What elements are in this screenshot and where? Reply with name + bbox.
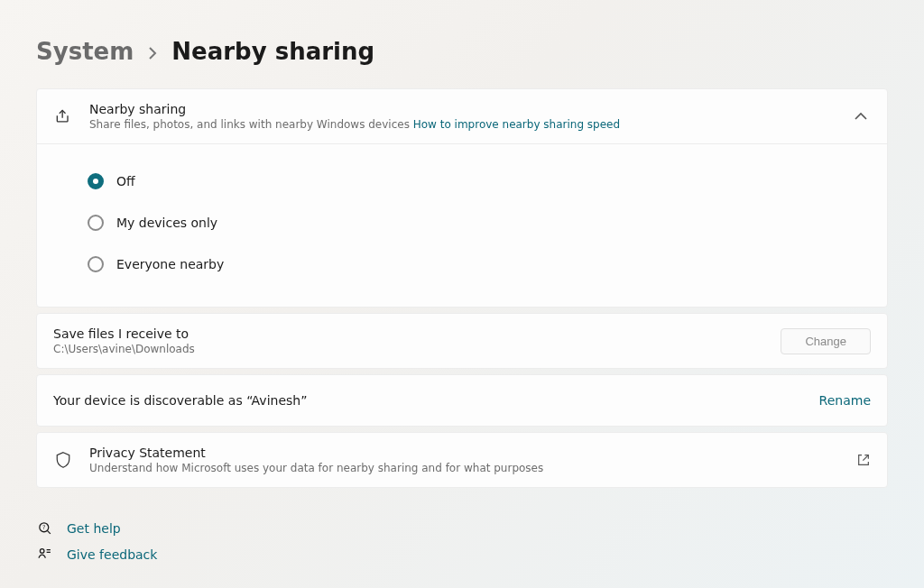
save-location-card: Save files I receive to C:\Users\avine\D… [36,313,888,369]
give-feedback-text: Give feedback [67,547,157,562]
save-location-path: C:\Users\avine\Downloads [53,343,781,355]
give-feedback-link[interactable]: Give feedback [36,541,888,567]
radio-icon [88,173,104,189]
svg-text:?: ? [42,524,45,531]
radio-option-everyone[interactable]: Everyone nearby [88,243,867,285]
discoverable-card: Your device is discoverable as “Avinesh”… [36,374,888,427]
radio-option-my-devices[interactable]: My devices only [88,202,867,243]
discoverable-text: Your device is discoverable as “Avinesh” [53,393,819,408]
nearby-sharing-title: Nearby sharing [89,102,838,116]
radio-label: Off [116,174,135,188]
privacy-subtitle: Understand how Microsoft uses your data … [89,462,840,474]
radio-icon [88,256,104,272]
save-location-title: Save files I receive to [53,326,781,341]
breadcrumb-current: Nearby sharing [171,38,374,65]
breadcrumb: System Nearby sharing [36,38,888,65]
nearby-sharing-card: Nearby sharing Share files, photos, and … [36,88,888,308]
radio-label: Everyone nearby [116,257,224,271]
rename-link[interactable]: Rename [819,393,871,408]
improve-speed-link[interactable]: How to improve nearby sharing speed [413,118,620,131]
external-link-icon [856,453,871,467]
radio-icon [88,215,104,231]
radio-label: My devices only [116,216,217,230]
sharing-mode-radio-group: Off My devices only Everyone nearby [37,144,887,307]
footer-links: ? Get help Give feedback [36,515,888,567]
shield-icon [53,451,73,469]
get-help-text: Get help [67,521,121,536]
get-help-link[interactable]: ? Get help [36,515,888,541]
chevron-right-icon [148,47,157,60]
nearby-sharing-subtitle: Share files, photos, and links with near… [89,118,838,131]
radio-option-off[interactable]: Off [88,161,867,202]
chevron-up-icon [855,112,867,121]
privacy-title: Privacy Statement [89,446,840,460]
share-icon [53,107,73,125]
feedback-icon [36,547,52,562]
privacy-statement-card[interactable]: Privacy Statement Understand how Microso… [36,432,888,488]
help-icon: ? [36,520,52,536]
change-button[interactable]: Change [781,328,871,354]
nearby-sharing-header[interactable]: Nearby sharing Share files, photos, and … [37,89,887,144]
nearby-sharing-subtitle-text: Share files, photos, and links with near… [89,118,413,131]
breadcrumb-parent[interactable]: System [36,38,134,65]
svg-point-2 [40,549,44,554]
